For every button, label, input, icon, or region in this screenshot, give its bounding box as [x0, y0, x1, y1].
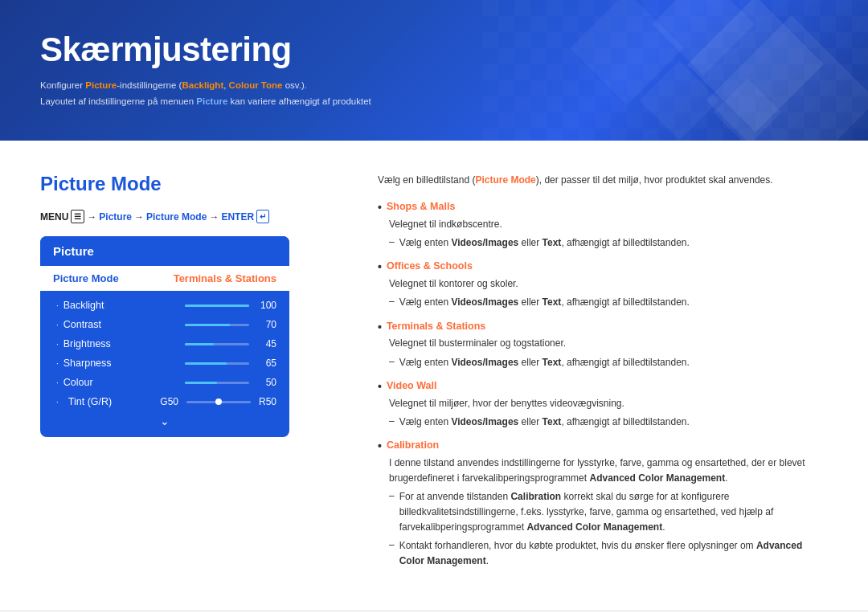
panel-body: · Backlight 100 · Contrast	[40, 291, 289, 437]
item-right-backlight: 100	[185, 300, 276, 311]
calibration-sub1: – For at anvende tilstanden Calibration …	[389, 489, 828, 536]
panel-item-sharpness[interactable]: · Sharpness 65	[40, 353, 289, 373]
menu-enter: ENTER	[221, 211, 254, 223]
header-text-block: Skærmjustering Konfigurer Picture-indsti…	[40, 31, 371, 109]
shops-sub1: – Vælg enten Videos/Images eller Text, a…	[389, 235, 828, 251]
item-label-backlight: Backlight	[63, 300, 185, 311]
bullet-title-shops: • Shops & Malls	[378, 201, 828, 215]
item-dot: ·	[56, 301, 59, 310]
calibration-sub2: – Kontakt forhandleren, hvor du købte pr…	[389, 538, 828, 569]
shops-desc: Velegnet til indkøbscentre.	[389, 217, 828, 232]
intro-text: Vælg en billedtilstand (Picture Mode), d…	[378, 173, 828, 188]
videowall-sub1: – Vælg enten Videos/Images eller Text, a…	[389, 415, 828, 430]
menu-path: MENU ☰ → Picture → Picture Mode → ENTER …	[40, 210, 338, 223]
panel-item-tint[interactable]: · Tint (G/R) G50 R50	[40, 392, 289, 411]
bullet-title-videowall: • Video Wall	[378, 380, 828, 394]
slider-backlight[interactable]	[185, 304, 249, 307]
value-sharpness: 65	[254, 358, 276, 369]
terminals-label: Terminals & Stations	[387, 321, 485, 332]
slider-colour[interactable]	[185, 382, 249, 384]
offices-sub1: – Vælg enten Videos/Images eller Text, a…	[389, 295, 828, 310]
panel-chevron-down[interactable]: ⌄	[40, 411, 289, 434]
item-label-sharpness: Sharpness	[63, 358, 185, 369]
bullet-calibration: • Calibration I denne tilstand anvendes …	[378, 439, 828, 569]
subtitle-line2: Layoutet af indstillingerne på menuen Pi…	[40, 94, 371, 110]
header-subtitle: Konfigurer Picture-indstillingerne (Back…	[40, 78, 371, 109]
item-right-contrast: 70	[185, 319, 276, 330]
panel-active-row[interactable]: Picture Mode Terminals & Stations	[40, 266, 289, 291]
tint-r-value: R50	[259, 396, 276, 407]
item-label-tint: Tint (G/R)	[68, 396, 156, 407]
item-right-sharpness: 65	[185, 358, 276, 369]
picture-panel: Picture Picture Mode Terminals & Station…	[40, 236, 289, 437]
bullet-video-wall: • Video Wall Velegnet til miljøer, hvor …	[378, 380, 828, 430]
panel-item-colour[interactable]: · Colour 50	[40, 373, 289, 392]
bullet-title-terminals: • Terminals & Stations	[378, 321, 828, 334]
terminals-desc: Velegnet til busterminaler og togstation…	[389, 336, 828, 351]
arrow1: →	[87, 211, 96, 223]
bullet-offices-schools: • Offices & Schools Velegnet til kontore…	[378, 260, 828, 310]
left-column: Picture Mode MENU ☰ → Picture → Picture …	[40, 173, 338, 578]
value-contrast: 70	[254, 319, 276, 330]
right-column: Vælg en billedtilstand (Picture Mode), d…	[378, 173, 828, 578]
calibration-desc: I denne tilstand anvendes indstillingern…	[389, 456, 828, 486]
panel-item-backlight[interactable]: · Backlight 100	[40, 296, 289, 315]
item-dot: ·	[56, 359, 59, 368]
tint-g-value: G50	[160, 396, 178, 407]
offices-desc: Velegnet til kontorer og skoler.	[389, 276, 828, 292]
value-backlight: 100	[254, 300, 276, 311]
page-title: Skærmjustering	[40, 31, 371, 68]
panel-item-contrast[interactable]: · Contrast 70	[40, 315, 289, 334]
section-title: Picture Mode	[40, 173, 338, 195]
slider-sharpness[interactable]	[185, 362, 249, 365]
item-label-colour: Colour	[63, 377, 185, 388]
header-banner: Skærmjustering Konfigurer Picture-indsti…	[0, 0, 868, 141]
header-decoration	[530, 0, 868, 141]
panel-item-brightness[interactable]: · Brightness 45	[40, 334, 289, 353]
item-dot: ·	[56, 340, 59, 349]
panel-active-label: Picture Mode	[53, 272, 119, 284]
shops-malls-label: Shops & Malls	[387, 201, 455, 212]
menu-picturemode: Picture Mode	[146, 211, 207, 223]
subtitle-line1: Konfigurer Picture-indstillingerne (Back…	[40, 78, 371, 94]
item-right-brightness: 45	[185, 338, 276, 349]
slider-contrast[interactable]	[185, 324, 249, 326]
bullet-title-calibration: • Calibration	[378, 439, 828, 453]
bullet-terminals: • Terminals & Stations Velegnet til bust…	[378, 321, 828, 370]
terminals-sub1: – Vælg enten Videos/Images eller Text, a…	[389, 355, 828, 370]
main-content: Picture Mode MENU ☰ → Picture → Picture …	[0, 141, 868, 611]
item-label-brightness: Brightness	[63, 338, 185, 349]
arrow3: →	[209, 211, 219, 223]
bullet-shops-malls: • Shops & Malls Velegnet til indkøbscent…	[378, 201, 828, 251]
arrow2: →	[134, 211, 144, 223]
item-dot: ·	[56, 398, 59, 407]
item-right-colour: 50	[185, 377, 276, 388]
item-dot: ·	[56, 378, 59, 387]
menu-picture: Picture	[99, 211, 132, 223]
tint-slider[interactable]	[186, 401, 251, 403]
panel-header: Picture	[40, 236, 289, 266]
value-brightness: 45	[254, 338, 276, 349]
item-label-contrast: Contrast	[63, 319, 185, 330]
slider-brightness[interactable]	[185, 343, 249, 345]
calibration-label: Calibration	[387, 439, 439, 451]
enter-icon: ↵	[256, 210, 269, 223]
bullet-title-offices: • Offices & Schools	[378, 260, 828, 274]
offices-schools-label: Offices & Schools	[387, 260, 473, 272]
video-wall-label: Video Wall	[387, 380, 437, 391]
menu-icon: ☰	[71, 210, 84, 223]
menu-keyword-menu: MENU	[40, 211, 68, 223]
panel-active-value: Terminals & Stations	[174, 272, 276, 284]
picture-mode-highlight: Picture Mode	[475, 174, 535, 186]
value-colour: 50	[254, 377, 276, 388]
videowall-desc: Velegnet til miljøer, hvor der benyttes …	[389, 396, 828, 411]
item-dot: ·	[56, 321, 59, 329]
